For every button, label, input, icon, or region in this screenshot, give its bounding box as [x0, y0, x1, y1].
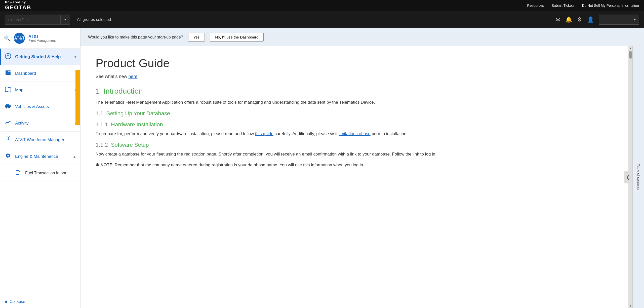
- sidebar-collapse-btn[interactable]: ◀ Collapse: [0, 295, 80, 308]
- sidebar: 🔍 AT&T AT&T Fleet Management ? Getting S…: [0, 28, 80, 308]
- collapse-content-btn[interactable]: ❮: [624, 171, 631, 183]
- content-area: Would you like to make this page your st…: [80, 28, 644, 308]
- sidebar-header: 🔍 AT&T AT&T Fleet Management: [0, 28, 80, 49]
- sidebar-item-map[interactable]: Map ▾: [0, 82, 80, 98]
- groups-filter-dropdown-btn[interactable]: ▾: [60, 15, 70, 25]
- sidebar-item-activity[interactable]: Activity ▾: [0, 115, 80, 132]
- startup-banner: Would you like to make this page your st…: [80, 28, 644, 46]
- svg-rect-19: [9, 157, 9, 158]
- second-bar-right: ✉ 🔔 ⚙ 👤 ▾: [556, 15, 639, 25]
- collapse-label: Collapse: [10, 299, 25, 304]
- svg-rect-5: [6, 73, 8, 75]
- limitations-link[interactable]: limitations of use: [339, 131, 371, 136]
- user-icon-btn[interactable]: 👤: [587, 16, 594, 23]
- section-1-1-2-heading: 1.1.2 Software Setup: [96, 142, 613, 148]
- do-not-sell-link[interactable]: Do Not Sell My Personal Information: [582, 4, 639, 8]
- doc-wrapper: Product Guide See what's new here. 1 Int…: [80, 46, 644, 308]
- sidebar-item-fuel[interactable]: Fuel Transaction Import: [0, 165, 80, 181]
- gear-icon-btn[interactable]: ⚙: [577, 16, 582, 23]
- svg-rect-16: [7, 153, 8, 155]
- sidebar-item-activity-label: Activity: [15, 121, 70, 126]
- workforce-icon: [5, 136, 11, 143]
- sidebar-item-engine[interactable]: Engine & Maintenance ▲: [0, 148, 80, 165]
- sidebar-item-workforce[interactable]: AT&T Workforce Manager: [0, 132, 80, 148]
- sidebar-brand-text: AT&T Fleet Management: [28, 34, 56, 43]
- svg-point-13: [9, 107, 10, 108]
- groups-filter-container: Groups filter ▾: [5, 15, 70, 25]
- note-star: ✱: [96, 162, 99, 167]
- sidebar-item-getting-started-label: Getting Started & Help: [15, 54, 70, 59]
- geotab-brand: Powered by GEOTAB: [5, 0, 31, 11]
- mail-icon-btn[interactable]: ✉: [556, 16, 560, 23]
- top-bar: Powered by GEOTAB Resources Submit Ticke…: [0, 0, 644, 11]
- scrollbar-up-btn[interactable]: ▲: [628, 46, 632, 51]
- this-guide-link[interactable]: this guide: [255, 131, 273, 136]
- sidebar-item-dashboard-label: Dashboard: [15, 71, 76, 76]
- section-1-1-2-body: Now create a database for your fleet usi…: [96, 151, 613, 158]
- here-link[interactable]: here: [129, 74, 138, 79]
- sidebar-item-fuel-label: Fuel Transaction Import: [25, 171, 76, 175]
- svg-marker-7: [5, 87, 11, 92]
- scrollbar-thumb[interactable]: [629, 51, 632, 59]
- activity-icon: [5, 120, 11, 127]
- svg-rect-3: [8, 70, 11, 71]
- svg-rect-14: [10, 105, 11, 107]
- dashboard-icon: [5, 70, 11, 77]
- svg-rect-6: [8, 73, 11, 75]
- main-layout: 🔍 AT&T AT&T Fleet Management ? Getting S…: [0, 28, 644, 308]
- section-1-1-heading: 1.1 Setting Up Your Database: [96, 110, 613, 117]
- sidebar-item-vehicles-label: Vehicles & Assets: [15, 104, 76, 109]
- toc-sidebar[interactable]: Table of contents: [632, 46, 644, 308]
- user-dropdown[interactable]: ▾: [599, 15, 639, 25]
- sidebar-item-engine-label: Engine & Maintenance: [15, 154, 69, 159]
- startup-question: Would you like to make this page your st…: [88, 35, 183, 40]
- scrollbar-down-btn[interactable]: ▼: [628, 304, 632, 308]
- groups-filter-input[interactable]: Groups filter: [5, 15, 60, 25]
- brand-logo-circle: AT&T: [14, 33, 25, 44]
- resources-link[interactable]: Resources: [527, 4, 544, 8]
- svg-point-20: [7, 155, 9, 157]
- svg-rect-18: [7, 157, 8, 158]
- svg-point-12: [6, 107, 7, 108]
- collapse-left-icon: ◀: [4, 299, 7, 304]
- bell-icon-btn[interactable]: 🔔: [565, 16, 572, 23]
- section-1-body: The Telematics Fleet Management Applicat…: [96, 99, 613, 106]
- map-icon: [5, 86, 11, 94]
- geotab-name: GEOTAB: [5, 4, 31, 11]
- section-1-heading: 1 Introduction: [96, 87, 613, 95]
- svg-rect-4: [8, 72, 11, 73]
- svg-text:?: ?: [7, 54, 9, 58]
- startup-no-btn[interactable]: No, I'll use the Dashboard: [210, 33, 264, 42]
- sidebar-brand-sub: Fleet Management: [28, 39, 56, 43]
- vehicles-icon: [5, 103, 11, 110]
- all-groups-label: All groups selected: [77, 17, 111, 22]
- submit-tickets-link[interactable]: Submit Tickets: [552, 4, 575, 8]
- sidebar-scroll-handle[interactable]: [75, 70, 80, 125]
- second-bar: Groups filter ▾ All groups selected ✉ 🔔 …: [0, 11, 644, 28]
- sidebar-item-dashboard[interactable]: Dashboard: [0, 65, 80, 82]
- sidebar-brand-name: AT&T: [28, 34, 56, 39]
- sidebar-item-vehicles[interactable]: Vehicles & Assets: [0, 98, 80, 115]
- sidebar-item-map-label: Map: [15, 88, 70, 93]
- sidebar-search-btn[interactable]: 🔍: [4, 35, 10, 41]
- note-bold: NOTE: [100, 163, 112, 167]
- user-dropdown-arrow: ▾: [634, 18, 636, 22]
- svg-rect-2: [6, 70, 8, 73]
- svg-marker-11: [6, 104, 10, 105]
- section-1-1-1-body: To prepare for, perform and verify your …: [96, 130, 613, 137]
- getting-started-icon: ?: [5, 53, 11, 60]
- note-para: ✱NOTE: Remember that the company name en…: [96, 161, 613, 169]
- sidebar-item-workforce-label: AT&T Workforce Manager: [15, 137, 76, 142]
- startup-yes-btn[interactable]: Yes: [188, 33, 205, 42]
- doc-subtitle: See what's new here.: [96, 74, 613, 79]
- top-bar-links: Resources Submit Tickets Do Not Sell My …: [527, 4, 639, 8]
- sidebar-item-getting-started[interactable]: ? Getting Started & Help ▾: [0, 49, 80, 65]
- sidebar-nav: ? Getting Started & Help ▾ Dashboard Map…: [0, 49, 80, 295]
- engine-icon: [5, 153, 11, 160]
- doc-content: Product Guide See what's new here. 1 Int…: [80, 46, 628, 308]
- brand-area: Powered by GEOTAB: [5, 0, 31, 11]
- svg-rect-22: [19, 171, 20, 172]
- fuel-icon: [15, 169, 21, 177]
- toc-label: Table of contents: [636, 164, 640, 190]
- engine-chevron-icon: ▲: [73, 155, 76, 159]
